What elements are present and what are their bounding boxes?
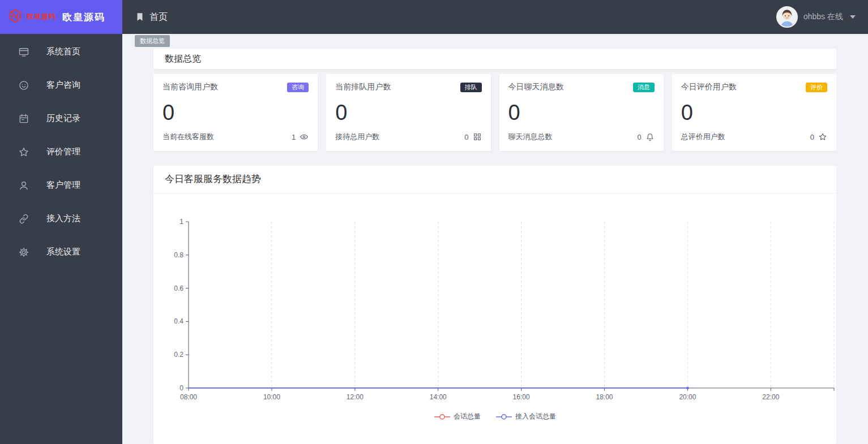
status-badge: 评价 <box>806 83 827 92</box>
sidebar-item-label: 历史记录 <box>46 113 80 124</box>
svg-text:0.6: 0.6 <box>174 284 183 292</box>
svg-text:08:00: 08:00 <box>180 393 197 401</box>
trend-line-chart: 00.20.40.60.8108:0010:0012:0014:0016:001… <box>153 201 836 404</box>
stat-sub-value: 0 <box>638 133 642 141</box>
user-icon <box>18 180 29 191</box>
stat-cards: 当前咨询用户数 咨询 0 当前在线客服数 1 <box>153 74 836 151</box>
chevron-down-icon <box>850 15 856 19</box>
svg-text:1: 1 <box>179 218 183 226</box>
svg-text:20:00: 20:00 <box>679 393 696 401</box>
brand-icon <box>8 8 23 25</box>
sidebar: 欧皇源码 欧皇源码 系统首页 客户咨询 <box>0 0 122 444</box>
svg-text:0.8: 0.8 <box>174 251 183 259</box>
sidebar-nav: 系统首页 客户咨询 历史记录 <box>0 34 122 269</box>
sidebar-item-label: 系统设置 <box>46 247 80 257</box>
content: 数据总览 当前咨询用户数 咨询 0 当前在线客服数 1 <box>122 34 868 444</box>
svg-text:10:00: 10:00 <box>263 393 280 401</box>
legend-label: 会话总量 <box>454 412 481 421</box>
stat-value: 0 <box>163 102 309 123</box>
main-content: 数据总览 数据总览 当前咨询用户数 咨询 0 当前在线客服数 1 <box>122 34 868 444</box>
star-icon <box>818 132 827 141</box>
stat-card-title: 今日聊天消息数 <box>508 82 564 92</box>
stat-value: 0 <box>681 102 827 123</box>
chat-smile-icon <box>18 80 29 91</box>
status-badge: 排队 <box>460 83 482 92</box>
svg-text:14:00: 14:00 <box>430 393 447 401</box>
link-icon <box>18 213 29 225</box>
monitor-icon <box>18 46 29 58</box>
eye-icon <box>300 132 309 141</box>
svg-text:0.4: 0.4 <box>174 317 183 325</box>
stat-card-title: 当前排队用户数 <box>335 82 391 92</box>
stat-sub-label: 当前在线客服数 <box>163 132 214 142</box>
logo-mark-text: 欧皇源码 <box>27 13 58 20</box>
sidebar-item-label: 客户管理 <box>46 180 80 191</box>
stat-card-messages: 今日聊天消息数 消息 0 聊天消息总数 0 <box>499 74 664 151</box>
trend-chart-panel: 今日客服服务数据趋势 00.20.40.60.8108:0010:0012:00… <box>153 166 836 444</box>
svg-text:0.2: 0.2 <box>174 351 183 359</box>
stat-value: 0 <box>335 102 481 123</box>
status-badge: 消息 <box>633 83 655 92</box>
logo-brand-text: 欧皇源码 <box>62 11 105 24</box>
logo[interactable]: 欧皇源码 欧皇源码 <box>0 0 122 34</box>
legend-label: 接入会话总量 <box>515 412 556 421</box>
chart-body: 00.20.40.60.8108:0010:0012:0014:0016:001… <box>153 193 836 421</box>
tag-active[interactable]: 数据总览 <box>135 35 170 47</box>
stat-sub-value: 0 <box>464 133 468 141</box>
star-icon <box>18 146 29 158</box>
nav-home-label: 首页 <box>149 11 168 23</box>
overview-panel-header: 数据总览 <box>153 49 836 70</box>
stat-card-queue: 当前排队用户数 排队 0 接待总用户数 0 <box>326 74 490 151</box>
stat-card-title: 当前咨询用户数 <box>163 82 218 92</box>
sidebar-item-review[interactable]: 评价管理 <box>0 135 122 169</box>
nav-home[interactable]: 首页 <box>135 11 168 23</box>
stat-sub-label: 接待总用户数 <box>335 132 379 142</box>
avatar <box>776 6 798 28</box>
sidebar-item-label: 评价管理 <box>46 146 80 157</box>
sidebar-item-history[interactable]: 历史记录 <box>0 102 122 135</box>
sidebar-item-label: 系统首页 <box>46 46 80 57</box>
sidebar-item-customers[interactable]: 客户管理 <box>0 169 122 202</box>
user-menu[interactable]: ohbbs 在线 <box>776 6 856 28</box>
bell-icon <box>645 132 655 141</box>
topbar: 首页 ohbbs 在线 <box>122 0 868 34</box>
legend-marker-icon <box>495 413 512 420</box>
chart-title: 今日客服服务数据趋势 <box>165 173 825 186</box>
stat-sub-label: 聊天消息总数 <box>508 132 553 142</box>
svg-text:12:00: 12:00 <box>347 393 364 401</box>
svg-text:22:00: 22:00 <box>762 393 779 401</box>
calendar-icon <box>18 113 29 124</box>
svg-text:18:00: 18:00 <box>596 393 613 401</box>
stat-sub-value: 1 <box>292 133 296 141</box>
page-section-title: 数据总览 <box>165 53 825 65</box>
chart-header: 今日客服服务数据趋势 <box>153 166 836 193</box>
sidebar-item-access[interactable]: 接入方法 <box>0 202 122 235</box>
stat-card-consulting: 当前咨询用户数 咨询 0 当前在线客服数 1 <box>153 74 318 151</box>
chart-legend: 会话总量接入会话总量 <box>153 412 836 421</box>
stat-sub-value: 0 <box>810 133 814 141</box>
stat-sub-label: 总评价用户数 <box>681 132 725 142</box>
sidebar-item-label: 接入方法 <box>46 213 80 224</box>
legend-item-1[interactable]: 接入会话总量 <box>495 412 556 421</box>
status-badge: 咨询 <box>287 83 309 92</box>
svg-text:0: 0 <box>179 384 183 392</box>
sidebar-item-consult[interactable]: 客户咨询 <box>0 68 122 102</box>
legend-item-0[interactable]: 会话总量 <box>434 412 481 421</box>
bookmark-icon <box>135 12 145 22</box>
gear-icon <box>18 247 29 258</box>
svg-text:16:00: 16:00 <box>513 393 530 401</box>
sidebar-item-home[interactable]: 系统首页 <box>0 35 122 68</box>
stat-card-title: 今日评价用户数 <box>681 82 737 92</box>
grid-icon <box>473 132 482 141</box>
user-name: ohbbs 在线 <box>803 12 843 22</box>
stat-value: 0 <box>508 102 655 123</box>
legend-marker-icon <box>434 413 451 420</box>
sidebar-item-label: 客户咨询 <box>46 80 80 90</box>
stat-card-reviews: 今日评价用户数 评价 0 总评价用户数 0 <box>672 74 836 151</box>
sidebar-item-settings[interactable]: 系统设置 <box>0 235 122 269</box>
